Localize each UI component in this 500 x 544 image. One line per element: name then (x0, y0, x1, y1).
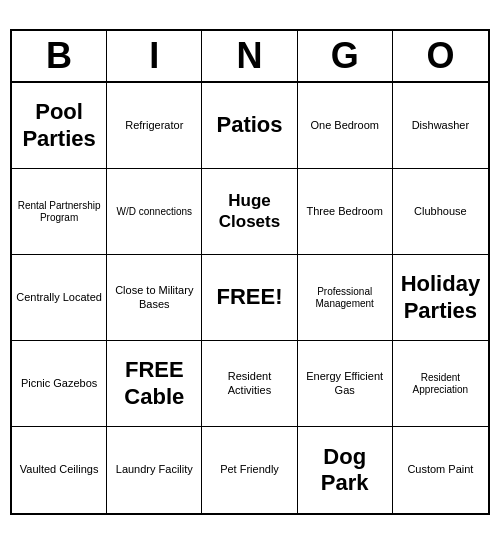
bingo-cell-7: Huge Closets (202, 169, 297, 255)
bingo-cell-19: Resident Appreciation (393, 341, 488, 427)
bingo-cell-24: Custom Paint (393, 427, 488, 513)
bingo-cell-23: Dog Park (298, 427, 393, 513)
bingo-cell-1: Refrigerator (107, 83, 202, 169)
bingo-cell-6: W/D connections (107, 169, 202, 255)
bingo-cell-2: Patios (202, 83, 297, 169)
bingo-cell-15: Picnic Gazebos (12, 341, 107, 427)
bingo-cell-16: FREE Cable (107, 341, 202, 427)
bingo-card: BINGO Pool PartiesRefrigeratorPatiosOne … (10, 29, 490, 515)
bingo-cell-13: Professional Management (298, 255, 393, 341)
bingo-cell-3: One Bedroom (298, 83, 393, 169)
bingo-cell-17: Resident Activities (202, 341, 297, 427)
bingo-cell-0: Pool Parties (12, 83, 107, 169)
header-letter-g: G (298, 31, 393, 81)
bingo-cell-21: Laundry Facility (107, 427, 202, 513)
bingo-cell-4: Dishwasher (393, 83, 488, 169)
bingo-cell-12: FREE! (202, 255, 297, 341)
bingo-cell-14: Holiday Parties (393, 255, 488, 341)
bingo-cell-22: Pet Friendly (202, 427, 297, 513)
bingo-cell-11: Close to Military Bases (107, 255, 202, 341)
bingo-cell-20: Vaulted Ceilings (12, 427, 107, 513)
header-letter-o: O (393, 31, 488, 81)
bingo-cell-5: Rental Partnership Program (12, 169, 107, 255)
header-letter-b: B (12, 31, 107, 81)
bingo-cell-18: Energy Efficient Gas (298, 341, 393, 427)
bingo-cell-10: Centrally Located (12, 255, 107, 341)
header-letter-n: N (202, 31, 297, 81)
bingo-cell-9: Clubhouse (393, 169, 488, 255)
bingo-cell-8: Three Bedroom (298, 169, 393, 255)
bingo-header: BINGO (12, 31, 488, 83)
header-letter-i: I (107, 31, 202, 81)
bingo-grid: Pool PartiesRefrigeratorPatiosOne Bedroo… (12, 83, 488, 513)
